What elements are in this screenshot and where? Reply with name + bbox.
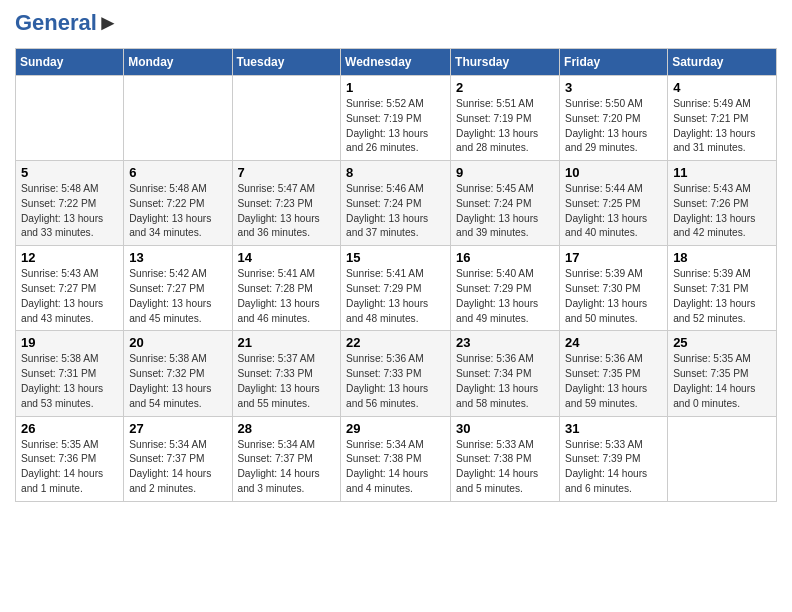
day-info: Sunrise: 5:51 AMSunset: 7:19 PMDaylight:… bbox=[456, 97, 554, 156]
day-number: 8 bbox=[346, 165, 445, 180]
calendar-cell: 22Sunrise: 5:36 AMSunset: 7:33 PMDayligh… bbox=[341, 331, 451, 416]
day-info: Sunrise: 5:42 AMSunset: 7:27 PMDaylight:… bbox=[129, 267, 226, 326]
day-info: Sunrise: 5:35 AMSunset: 7:36 PMDaylight:… bbox=[21, 438, 118, 497]
calendar-cell: 6Sunrise: 5:48 AMSunset: 7:22 PMDaylight… bbox=[124, 161, 232, 246]
calendar-week-row: 19Sunrise: 5:38 AMSunset: 7:31 PMDayligh… bbox=[16, 331, 777, 416]
day-number: 11 bbox=[673, 165, 771, 180]
day-number: 29 bbox=[346, 421, 445, 436]
calendar-week-row: 5Sunrise: 5:48 AMSunset: 7:22 PMDaylight… bbox=[16, 161, 777, 246]
calendar-cell: 14Sunrise: 5:41 AMSunset: 7:28 PMDayligh… bbox=[232, 246, 341, 331]
day-number: 17 bbox=[565, 250, 662, 265]
day-number: 12 bbox=[21, 250, 118, 265]
calendar-cell bbox=[232, 76, 341, 161]
calendar-cell: 19Sunrise: 5:38 AMSunset: 7:31 PMDayligh… bbox=[16, 331, 124, 416]
calendar-cell: 8Sunrise: 5:46 AMSunset: 7:24 PMDaylight… bbox=[341, 161, 451, 246]
calendar-cell: 16Sunrise: 5:40 AMSunset: 7:29 PMDayligh… bbox=[451, 246, 560, 331]
day-number: 20 bbox=[129, 335, 226, 350]
calendar-cell: 10Sunrise: 5:44 AMSunset: 7:25 PMDayligh… bbox=[560, 161, 668, 246]
day-info: Sunrise: 5:36 AMSunset: 7:35 PMDaylight:… bbox=[565, 352, 662, 411]
day-number: 18 bbox=[673, 250, 771, 265]
day-info: Sunrise: 5:33 AMSunset: 7:38 PMDaylight:… bbox=[456, 438, 554, 497]
day-info: Sunrise: 5:39 AMSunset: 7:31 PMDaylight:… bbox=[673, 267, 771, 326]
day-number: 26 bbox=[21, 421, 118, 436]
calendar-week-row: 12Sunrise: 5:43 AMSunset: 7:27 PMDayligh… bbox=[16, 246, 777, 331]
logo: General► bbox=[15, 10, 119, 40]
day-number: 7 bbox=[238, 165, 336, 180]
calendar-cell: 15Sunrise: 5:41 AMSunset: 7:29 PMDayligh… bbox=[341, 246, 451, 331]
day-info: Sunrise: 5:48 AMSunset: 7:22 PMDaylight:… bbox=[21, 182, 118, 241]
day-info: Sunrise: 5:43 AMSunset: 7:26 PMDaylight:… bbox=[673, 182, 771, 241]
day-number: 30 bbox=[456, 421, 554, 436]
calendar-cell: 25Sunrise: 5:35 AMSunset: 7:35 PMDayligh… bbox=[668, 331, 777, 416]
day-info: Sunrise: 5:43 AMSunset: 7:27 PMDaylight:… bbox=[21, 267, 118, 326]
header-monday: Monday bbox=[124, 49, 232, 76]
calendar-cell: 29Sunrise: 5:34 AMSunset: 7:38 PMDayligh… bbox=[341, 416, 451, 501]
calendar-cell: 1Sunrise: 5:52 AMSunset: 7:19 PMDaylight… bbox=[341, 76, 451, 161]
day-number: 28 bbox=[238, 421, 336, 436]
calendar-header-row: SundayMondayTuesdayWednesdayThursdayFrid… bbox=[16, 49, 777, 76]
header-sunday: Sunday bbox=[16, 49, 124, 76]
calendar-table: SundayMondayTuesdayWednesdayThursdayFrid… bbox=[15, 48, 777, 502]
day-number: 14 bbox=[238, 250, 336, 265]
day-info: Sunrise: 5:47 AMSunset: 7:23 PMDaylight:… bbox=[238, 182, 336, 241]
day-number: 9 bbox=[456, 165, 554, 180]
day-info: Sunrise: 5:33 AMSunset: 7:39 PMDaylight:… bbox=[565, 438, 662, 497]
calendar-cell: 27Sunrise: 5:34 AMSunset: 7:37 PMDayligh… bbox=[124, 416, 232, 501]
header-friday: Friday bbox=[560, 49, 668, 76]
calendar-cell: 11Sunrise: 5:43 AMSunset: 7:26 PMDayligh… bbox=[668, 161, 777, 246]
day-number: 16 bbox=[456, 250, 554, 265]
day-number: 31 bbox=[565, 421, 662, 436]
day-info: Sunrise: 5:36 AMSunset: 7:34 PMDaylight:… bbox=[456, 352, 554, 411]
calendar-cell bbox=[124, 76, 232, 161]
day-info: Sunrise: 5:39 AMSunset: 7:30 PMDaylight:… bbox=[565, 267, 662, 326]
day-number: 3 bbox=[565, 80, 662, 95]
calendar-week-row: 26Sunrise: 5:35 AMSunset: 7:36 PMDayligh… bbox=[16, 416, 777, 501]
day-info: Sunrise: 5:41 AMSunset: 7:28 PMDaylight:… bbox=[238, 267, 336, 326]
day-number: 24 bbox=[565, 335, 662, 350]
day-info: Sunrise: 5:48 AMSunset: 7:22 PMDaylight:… bbox=[129, 182, 226, 241]
calendar-cell: 17Sunrise: 5:39 AMSunset: 7:30 PMDayligh… bbox=[560, 246, 668, 331]
calendar-cell bbox=[16, 76, 124, 161]
calendar-cell: 23Sunrise: 5:36 AMSunset: 7:34 PMDayligh… bbox=[451, 331, 560, 416]
day-number: 21 bbox=[238, 335, 336, 350]
day-info: Sunrise: 5:52 AMSunset: 7:19 PMDaylight:… bbox=[346, 97, 445, 156]
calendar-cell: 7Sunrise: 5:47 AMSunset: 7:23 PMDaylight… bbox=[232, 161, 341, 246]
calendar-cell: 20Sunrise: 5:38 AMSunset: 7:32 PMDayligh… bbox=[124, 331, 232, 416]
calendar-cell: 13Sunrise: 5:42 AMSunset: 7:27 PMDayligh… bbox=[124, 246, 232, 331]
day-number: 15 bbox=[346, 250, 445, 265]
day-info: Sunrise: 5:37 AMSunset: 7:33 PMDaylight:… bbox=[238, 352, 336, 411]
day-number: 10 bbox=[565, 165, 662, 180]
calendar-week-row: 1Sunrise: 5:52 AMSunset: 7:19 PMDaylight… bbox=[16, 76, 777, 161]
day-info: Sunrise: 5:44 AMSunset: 7:25 PMDaylight:… bbox=[565, 182, 662, 241]
calendar-cell: 9Sunrise: 5:45 AMSunset: 7:24 PMDaylight… bbox=[451, 161, 560, 246]
calendar-cell: 2Sunrise: 5:51 AMSunset: 7:19 PMDaylight… bbox=[451, 76, 560, 161]
page-header: General► bbox=[15, 10, 777, 40]
day-info: Sunrise: 5:40 AMSunset: 7:29 PMDaylight:… bbox=[456, 267, 554, 326]
day-number: 2 bbox=[456, 80, 554, 95]
day-info: Sunrise: 5:41 AMSunset: 7:29 PMDaylight:… bbox=[346, 267, 445, 326]
calendar-cell: 3Sunrise: 5:50 AMSunset: 7:20 PMDaylight… bbox=[560, 76, 668, 161]
calendar-cell: 18Sunrise: 5:39 AMSunset: 7:31 PMDayligh… bbox=[668, 246, 777, 331]
day-number: 23 bbox=[456, 335, 554, 350]
day-info: Sunrise: 5:38 AMSunset: 7:32 PMDaylight:… bbox=[129, 352, 226, 411]
day-info: Sunrise: 5:35 AMSunset: 7:35 PMDaylight:… bbox=[673, 352, 771, 411]
header-wednesday: Wednesday bbox=[341, 49, 451, 76]
logo-text: General► bbox=[15, 10, 119, 36]
day-info: Sunrise: 5:46 AMSunset: 7:24 PMDaylight:… bbox=[346, 182, 445, 241]
calendar-cell: 24Sunrise: 5:36 AMSunset: 7:35 PMDayligh… bbox=[560, 331, 668, 416]
day-number: 6 bbox=[129, 165, 226, 180]
day-info: Sunrise: 5:45 AMSunset: 7:24 PMDaylight:… bbox=[456, 182, 554, 241]
day-number: 13 bbox=[129, 250, 226, 265]
day-number: 5 bbox=[21, 165, 118, 180]
calendar-cell: 30Sunrise: 5:33 AMSunset: 7:38 PMDayligh… bbox=[451, 416, 560, 501]
calendar-cell: 5Sunrise: 5:48 AMSunset: 7:22 PMDaylight… bbox=[16, 161, 124, 246]
day-info: Sunrise: 5:50 AMSunset: 7:20 PMDaylight:… bbox=[565, 97, 662, 156]
header-tuesday: Tuesday bbox=[232, 49, 341, 76]
calendar-cell bbox=[668, 416, 777, 501]
day-number: 22 bbox=[346, 335, 445, 350]
calendar-cell: 21Sunrise: 5:37 AMSunset: 7:33 PMDayligh… bbox=[232, 331, 341, 416]
day-info: Sunrise: 5:34 AMSunset: 7:37 PMDaylight:… bbox=[129, 438, 226, 497]
calendar-cell: 12Sunrise: 5:43 AMSunset: 7:27 PMDayligh… bbox=[16, 246, 124, 331]
day-info: Sunrise: 5:36 AMSunset: 7:33 PMDaylight:… bbox=[346, 352, 445, 411]
day-number: 25 bbox=[673, 335, 771, 350]
